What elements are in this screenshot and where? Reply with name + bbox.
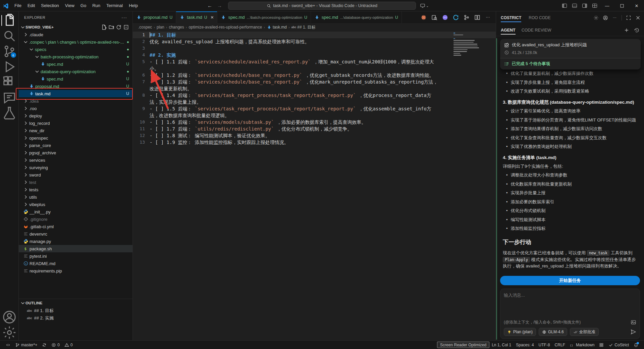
outline-item[interactable]: abc## 1. 目标 — [19, 307, 132, 314]
editor-line-12[interactable]: 12- [ ] 1.8 测试： 编写性能测试脚本，验证优化效果。 — [133, 132, 496, 139]
menu-run[interactable]: Run — [89, 0, 103, 11]
tree-folder-database-query-optimization[interactable]: database-query-optimization● — [19, 68, 132, 75]
tree-folder-.idea[interactable]: .idea — [19, 97, 132, 105]
chip-glm-4-6[interactable]: GLM-4.6 — [539, 328, 567, 336]
editor-line-11[interactable]: 11- [ ] 1.7 后端： `utils/redis/redisclient… — [133, 126, 496, 132]
editor-line-8[interactable]: 8- [ ] 1.4 后端： `services/task_report_pro… — [133, 92, 496, 105]
status-sync[interactable] — [40, 342, 49, 348]
menu-view[interactable]: View — [62, 0, 77, 11]
editor-line-2[interactable]: 2优化 availed_res_upload 上报堆积问题，提高系统处理效率和可… — [133, 38, 496, 45]
claude-spark-icon[interactable] — [421, 14, 427, 20]
customize-layout-icon[interactable] — [590, 0, 600, 11]
maximize-button[interactable] — [614, 0, 629, 11]
tree-file-.gitignore[interactable]: .gitignore — [19, 215, 132, 223]
more-icon[interactable]: ··· — [485, 14, 491, 20]
status-master-[interactable]: master*+ — [13, 342, 40, 348]
status-grid[interactable] — [597, 342, 606, 348]
status-0[interactable]: 0 — [49, 342, 62, 348]
tree-folder-tests[interactable]: tests — [19, 186, 132, 193]
activity-run-debug-icon[interactable] — [1, 59, 17, 74]
tree-folder-test[interactable]: test — [19, 179, 132, 186]
tab-task-md[interactable]: task.mdU✕ — [176, 11, 217, 23]
tree-folder-specs[interactable]: specs● — [19, 46, 132, 53]
breadcrumb-item[interactable]: task.md — [267, 25, 287, 30]
panel-tab-roo-code[interactable]: ROO CODE — [529, 11, 550, 24]
status-0[interactable]: 0 — [62, 342, 75, 348]
editor-search-icon[interactable] — [431, 14, 437, 20]
refresh-icon[interactable] — [116, 24, 122, 30]
command-center[interactable]: task.md - sword_vibe+ - Visual Studio Co… — [228, 2, 416, 10]
activity-search-icon[interactable] — [1, 28, 17, 44]
status-remote[interactable] — [3, 342, 13, 348]
menu-file[interactable]: File — [11, 0, 24, 11]
tree-file-devenvrc[interactable]: devenvrc — [19, 230, 132, 238]
status-crlf[interactable]: CRLF — [552, 342, 568, 348]
nav-back-icon[interactable]: ← — [207, 3, 212, 8]
new-task-button[interactable]: 开始新任务 — [500, 276, 640, 285]
menu-terminal[interactable]: Terminal — [103, 0, 126, 11]
plus-icon[interactable] — [624, 28, 629, 33]
activity-source-control-icon[interactable]: 6 — [1, 44, 17, 59]
split-editor-icon[interactable] — [474, 14, 480, 20]
activity-costrict-icon[interactable] — [1, 90, 17, 105]
tree-file-task.md[interactable]: task.mdU — [19, 90, 132, 97]
tree-file-readme.md[interactable]: README.md — [19, 260, 132, 267]
status-markdown[interactable]: { }Markdown — [568, 342, 597, 348]
breadcrumb-item[interactable]: abc## 1. 目标 — [291, 24, 316, 30]
tree-folder-log-record[interactable]: log_record — [19, 119, 132, 127]
breadcrumb-item[interactable]: .cospec — [138, 25, 152, 30]
outline-header[interactable]: OUTLINE — [19, 299, 132, 307]
tree-folder-deploy[interactable]: deploy — [19, 112, 132, 119]
status-spaces-4[interactable]: Spaces: 4 — [514, 342, 536, 348]
copilot-icon[interactable] — [442, 14, 448, 20]
panel-subtab-agent[interactable]: AGENT — [501, 24, 516, 36]
more-icon[interactable]: ··· — [612, 15, 618, 20]
tree-folder-new-dir[interactable]: new_dir — [19, 127, 132, 134]
minimize-button[interactable]: — — [600, 0, 614, 11]
editor-line-1[interactable]: 1## 1. 目标 — [133, 32, 496, 38]
status-utf-8[interactable]: UTF-8 — [536, 342, 552, 348]
menu-help[interactable]: Help — [126, 0, 141, 11]
editor-line-4[interactable]: 4## 2. 实施 — [133, 52, 496, 58]
settings-icon[interactable] — [593, 15, 599, 20]
editor-line-13[interactable]: 13- [ ] 1.9 监控： 添加性能监控指标，实时跟踪上报处理情况。 — [133, 139, 496, 146]
tree-folder-services[interactable]: services — [19, 156, 132, 164]
activity-settings-icon[interactable] — [1, 325, 17, 340]
tree-folder-surveying[interactable]: surveying — [19, 164, 132, 171]
account-small-icon[interactable] — [603, 15, 608, 20]
tab-spec-md[interactable]: spec.md...\batch-processing-optimization… — [217, 11, 311, 23]
roo-icon[interactable] — [453, 14, 459, 20]
menu-selection[interactable]: Selection — [38, 0, 62, 11]
tab-proposal-md[interactable]: proposal.mdU — [133, 11, 176, 23]
breadcrumb-item[interactable]: plan — [157, 25, 164, 30]
chip--[interactable]: 全部批准 — [570, 328, 599, 336]
status-bell[interactable] — [631, 342, 641, 348]
status-screen-reader-optimized[interactable]: Screen Reader Optimized — [437, 342, 489, 348]
tree-file-pytest.ini[interactable]: pytest.ini — [19, 252, 132, 260]
message-input[interactable] — [504, 292, 636, 319]
editor-line-10[interactable]: 10- [ ] 1.6 后端： `services/models/subtask… — [133, 119, 496, 126]
tree-folder-pgsql-archive[interactable]: pgsql_archive — [19, 149, 132, 156]
panel-subtab-code-review[interactable]: CODE REVIEW — [522, 24, 551, 36]
tree-file--init-.py[interactable]: __init__.py — [19, 208, 132, 215]
toggle-panel-icon[interactable] — [570, 0, 580, 11]
attach-image-icon[interactable] — [631, 319, 636, 325]
tree-folder-.claude[interactable]: .claude — [19, 31, 132, 38]
editor-line-6[interactable]: 6- [ ] 1.2 后端： `services/schedule/base_r… — [133, 72, 496, 79]
tree-file-proposal.md[interactable]: proposal.mdU — [19, 83, 132, 90]
editor-line-7[interactable]: 7- [ ] 1.3 后端： `services/schedule/base_r… — [133, 79, 496, 92]
tab-spec-md[interactable]: spec.md...\database-query-optimizationU — [311, 11, 402, 23]
collapse-all-icon[interactable] — [123, 24, 129, 30]
tree-folder-vibeplus[interactable]: vibeplus — [19, 201, 132, 208]
tree-folder-.cospec-plan-changes-optimize-availed-res-...[interactable]: .cospec \ plan \ changes \ optimize-avai… — [19, 38, 132, 46]
close-window-button[interactable]: ✕ — [629, 0, 644, 11]
activity-explorer-icon[interactable] — [1, 13, 17, 28]
tree-folder-sword[interactable]: sword — [19, 171, 132, 179]
nav-forward-icon[interactable]: → — [217, 3, 222, 8]
tree-file-spec.md[interactable]: spec.mdU — [19, 60, 132, 68]
close-icon[interactable] — [635, 15, 641, 20]
tree-file-requirements.pip[interactable]: requirements.pip — [19, 267, 132, 275]
editor[interactable]: 1## 1. 目标2优化 availed_res_upload 上报堆积问题，提… — [133, 31, 496, 340]
editor-line-5[interactable]: 5- [ ] 1.1 后端： `services/schedule/availe… — [133, 58, 496, 72]
panel-tab-costrict[interactable]: COSTRICT — [501, 11, 521, 24]
